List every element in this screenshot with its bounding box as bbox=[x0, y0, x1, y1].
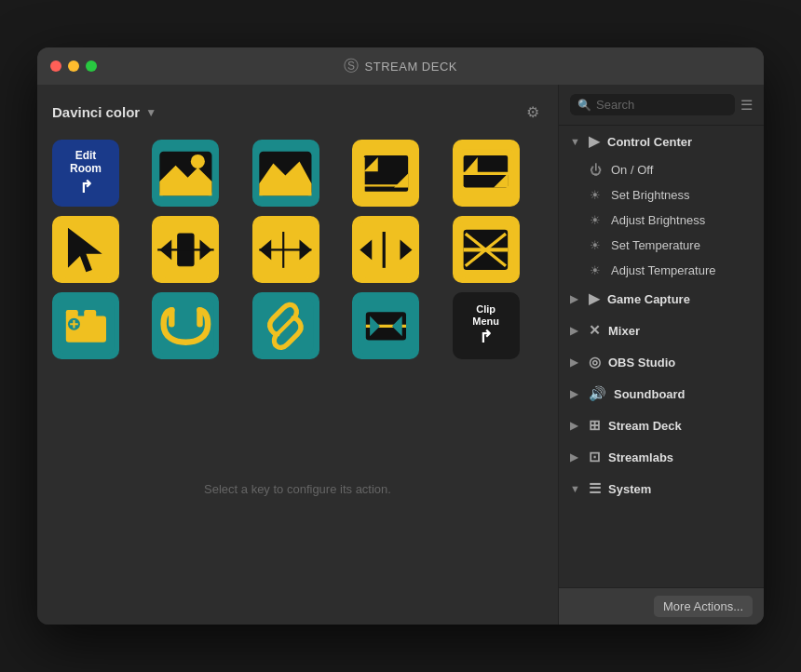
settings-button[interactable]: ⚙ bbox=[523, 100, 543, 125]
key-cell-image4[interactable] bbox=[453, 140, 520, 207]
streamlabs-icon: ⊡ bbox=[589, 449, 601, 465]
chevron-right-icon: ▶ bbox=[570, 451, 581, 464]
blade-icon bbox=[455, 220, 516, 280]
deck-name-dropdown[interactable]: Davinci color ▼ bbox=[52, 104, 156, 120]
adjust-temperature-icon: ☀ bbox=[587, 263, 604, 277]
key-cell-edit-room[interactable]: EditRoom ↱ bbox=[52, 140, 119, 207]
category-system[interactable]: ▼ ☰ System bbox=[559, 473, 764, 504]
key-cell-scan[interactable] bbox=[352, 292, 419, 359]
key-cell-magnet[interactable] bbox=[152, 292, 219, 359]
category-mixer[interactable]: ▶ ✕ Mixer bbox=[559, 315, 764, 346]
play-circle-icon: ▶ bbox=[589, 133, 600, 150]
key-cell-add-clip[interactable] bbox=[52, 292, 119, 359]
app-title: Ⓢ STREAM DECK bbox=[344, 57, 457, 76]
main-content: Davinci color ▼ ⚙ EditRoom ↱ bbox=[37, 85, 764, 625]
image-resize-icon bbox=[356, 143, 416, 204]
link-icon bbox=[255, 296, 316, 356]
key-cell-link[interactable] bbox=[252, 292, 319, 359]
key-cell-expand-h[interactable] bbox=[152, 216, 219, 283]
category-stream-deck[interactable]: ▶ ⊞ Stream Deck bbox=[559, 410, 764, 441]
chevron-down-icon: ▼ bbox=[570, 136, 581, 147]
chevron-right-icon: ▶ bbox=[570, 420, 581, 432]
deck-name-chevron-icon: ▼ bbox=[145, 106, 156, 119]
deck-header: Davinci color ▼ ⚙ bbox=[52, 100, 543, 125]
category-control-center[interactable]: ▼ ▶ Control Center bbox=[559, 126, 764, 157]
action-set-temperature[interactable]: ☀ Set Temperature bbox=[559, 233, 764, 258]
chevron-right-icon: ▶ bbox=[570, 388, 581, 400]
key-cell-image2[interactable] bbox=[252, 140, 319, 207]
adjust-brightness-icon: ☀ bbox=[587, 213, 604, 227]
landscape2-icon bbox=[255, 143, 316, 204]
minimize-button[interactable] bbox=[68, 60, 79, 72]
soundboard-icon: 🔊 bbox=[589, 385, 606, 402]
temperature-icon: ☀ bbox=[587, 238, 604, 252]
add-clip-icon bbox=[56, 296, 116, 356]
search-bar: 🔍 ☰ bbox=[559, 85, 764, 126]
mixer-icon: ✕ bbox=[589, 322, 601, 339]
titlebar: Ⓢ STREAM DECK bbox=[37, 47, 764, 85]
svg-point-2 bbox=[191, 154, 205, 168]
center-align-icon bbox=[356, 220, 416, 280]
system-icon: ☰ bbox=[589, 480, 601, 497]
action-set-brightness[interactable]: ☀ Set Brightness bbox=[559, 182, 764, 208]
category-soundboard[interactable]: ▶ 🔊 Soundboard bbox=[559, 378, 764, 410]
search-input-wrap[interactable]: 🔍 bbox=[570, 94, 735, 115]
traffic-lights bbox=[50, 60, 97, 72]
game-capture-icon: ▶ bbox=[589, 290, 600, 307]
app-window: Ⓢ STREAM DECK Davinci color ▼ ⚙ EditRoom… bbox=[37, 47, 764, 625]
key-cell-expand-lr[interactable] bbox=[252, 216, 319, 283]
right-panel: 🔍 ☰ ▼ ▶ Control Center ⏻ On / Off ☀ bbox=[559, 85, 764, 625]
action-adjust-temperature[interactable]: ☀ Adjust Temperature bbox=[559, 258, 764, 283]
key-cell-clip-menu[interactable]: ClipMenu ↱ bbox=[453, 292, 520, 359]
key-cell-blade[interactable] bbox=[453, 216, 520, 283]
chevron-right-icon: ▶ bbox=[570, 325, 581, 337]
select-key-message: Select a key to configure its action. bbox=[52, 369, 543, 610]
image-arrow-icon bbox=[455, 143, 516, 204]
brightness-icon: ☀ bbox=[587, 188, 604, 202]
category-game-capture[interactable]: ▶ ▶ Game Capture bbox=[559, 283, 764, 315]
magnet-icon bbox=[156, 296, 216, 356]
chevron-right-icon: ▶ bbox=[570, 293, 581, 305]
close-button[interactable] bbox=[50, 60, 61, 72]
search-icon: 🔍 bbox=[577, 99, 591, 112]
action-on-off[interactable]: ⏻ On / Off bbox=[559, 157, 764, 182]
key-cell-center[interactable] bbox=[352, 216, 419, 283]
expand-left-right-icon bbox=[255, 220, 316, 280]
more-actions-button[interactable]: More Actions... bbox=[654, 596, 753, 617]
action-list: ▼ ▶ Control Center ⏻ On / Off ☀ Set Brig… bbox=[559, 126, 764, 587]
stream-deck-icon: ⊞ bbox=[589, 417, 601, 434]
power-icon: ⏻ bbox=[587, 163, 604, 177]
left-panel: Davinci color ▼ ⚙ EditRoom ↱ bbox=[37, 85, 559, 625]
key-cell-cursor[interactable] bbox=[52, 216, 119, 283]
maximize-button[interactable] bbox=[86, 60, 97, 72]
stream-deck-logo-icon: Ⓢ bbox=[344, 57, 360, 76]
scan-icon bbox=[356, 296, 416, 356]
obs-icon: ◎ bbox=[589, 354, 601, 370]
chevron-down-icon: ▼ bbox=[570, 483, 581, 494]
landscape-icon bbox=[156, 143, 216, 204]
expand-horizontal-icon bbox=[156, 220, 216, 280]
chevron-right-icon: ▶ bbox=[570, 356, 581, 369]
svg-rect-38 bbox=[84, 310, 96, 320]
key-cell-image3[interactable] bbox=[352, 140, 419, 207]
key-cell-image1[interactable] bbox=[152, 140, 219, 207]
category-streamlabs[interactable]: ▶ ⊡ Streamlabs bbox=[559, 441, 764, 473]
list-view-icon[interactable]: ☰ bbox=[740, 97, 753, 114]
cursor-icon bbox=[56, 220, 116, 280]
more-actions-bar: More Actions... bbox=[559, 587, 764, 625]
category-obs-studio[interactable]: ▶ ◎ OBS Studio bbox=[559, 346, 764, 378]
key-grid: EditRoom ↱ bbox=[52, 140, 543, 359]
search-input[interactable] bbox=[596, 98, 727, 112]
action-adjust-brightness[interactable]: ☀ Adjust Brightness bbox=[559, 208, 764, 233]
